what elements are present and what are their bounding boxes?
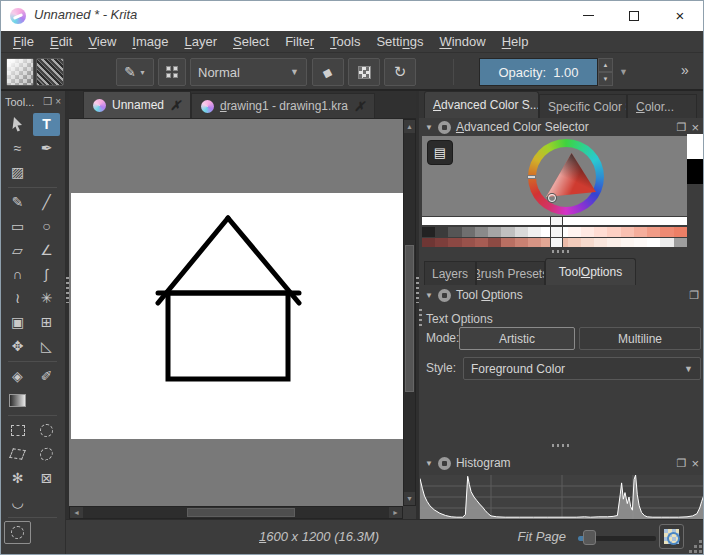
menu-item-help[interactable]: Help (494, 31, 537, 53)
tab-close-icon[interactable]: ✗ (354, 99, 365, 114)
float-icon[interactable]: ❐ (43, 96, 52, 107)
tool-measure[interactable]: ◺ (33, 335, 60, 358)
menu-item-window[interactable]: Window (431, 31, 493, 53)
close-button[interactable]: × (657, 1, 703, 30)
color-cursor[interactable] (548, 194, 556, 202)
tool-dynamic-brush[interactable]: ≀ (4, 287, 31, 310)
vertical-scroll-thumb[interactable] (405, 245, 414, 392)
hue-cursor[interactable] (527, 175, 536, 179)
tool-rectangle[interactable]: ▭ (4, 215, 31, 238)
maximize-button[interactable] (611, 1, 657, 30)
strip-handle[interactable] (550, 216, 563, 226)
slider-dropdown-icon[interactable]: ▼ (619, 67, 628, 77)
tool-pattern-edit[interactable]: ▨ (4, 161, 31, 184)
toolbox-header[interactable]: Tool... ❐ × (1, 91, 65, 112)
tool-similar-select[interactable]: ⊠ (33, 467, 60, 490)
preserve-alpha-button[interactable] (348, 58, 380, 86)
menu-item-file[interactable]: File (5, 31, 42, 53)
horizontal-scrollbar[interactable]: ◄ ► (69, 506, 403, 519)
scroll-left-icon[interactable]: ◄ (70, 507, 83, 518)
eraser-mode-button[interactable]: ◆ (312, 58, 344, 86)
selector-settings-button[interactable]: ▤ (427, 140, 453, 165)
tool-crop[interactable]: ▣ (4, 311, 31, 334)
tool-gradient[interactable] (4, 389, 31, 412)
zoom-slider-handle[interactable] (583, 530, 596, 545)
menu-item-layer[interactable]: Layer (176, 31, 225, 53)
panel-tab[interactable]: Specific Color S... (539, 94, 627, 118)
canvas-page[interactable] (71, 193, 403, 439)
scroll-right-icon[interactable]: ► (389, 507, 402, 518)
reload-preset-button[interactable]: ↻ (384, 58, 416, 86)
tool-move[interactable]: ✥ (4, 335, 31, 358)
document-tab[interactable]: Unnamed✗ (83, 91, 191, 118)
tool-color-picker[interactable]: ✐ (33, 365, 60, 388)
hue-ring[interactable] (528, 139, 604, 215)
docker-resize-handle[interactable] (552, 444, 572, 447)
tool-calligraphy[interactable]: ✒ (33, 137, 60, 160)
tool-freehand-select[interactable] (33, 443, 60, 466)
float-icon[interactable]: ❐ (677, 121, 687, 134)
brush-settings-button[interactable]: ✎ ▼ (116, 58, 154, 86)
opacity-slider[interactable]: Opacity: 1.00 (479, 58, 598, 86)
close-icon[interactable]: × (691, 457, 699, 470)
collapse-icon[interactable]: ▼ (425, 123, 433, 132)
advanced-color-selector-header[interactable]: ▼ Advanced Color Selector ❐ × (419, 118, 704, 136)
color-wheel-area[interactable]: ▤ (422, 136, 687, 216)
pattern-swatch-button[interactable] (36, 58, 64, 86)
blending-mode-select[interactable]: Normal ▼ (190, 58, 307, 86)
tool-magic-wand-select[interactable]: ✻ (4, 467, 31, 490)
tool-fill[interactable]: ◈ (4, 365, 31, 388)
gradient-swatch-button[interactable] (6, 58, 34, 86)
panel-tab[interactable]: Advanced Color S... (424, 91, 539, 118)
opacity-spinner[interactable]: ▲ ▼ (598, 58, 613, 86)
scroll-down-icon[interactable]: ▼ (404, 492, 415, 505)
horizontal-scroll-thumb[interactable] (187, 508, 295, 517)
tool-freehand-brush[interactable]: ✎ (4, 191, 31, 214)
docker-handle-dots[interactable] (419, 309, 422, 329)
zoom-mode-label[interactable]: Fit Page (506, 529, 566, 544)
vertical-scrollbar[interactable]: ▲ ▼ (403, 119, 416, 506)
close-icon[interactable]: × (55, 96, 61, 107)
menu-item-settings[interactable]: Settings (368, 31, 431, 53)
tool-edit-shapes[interactable]: ≈ (4, 137, 31, 160)
background-color-preview[interactable] (687, 159, 704, 184)
dock-tab-layers[interactable]: Layers (424, 261, 476, 285)
tool-options-header[interactable]: ▼ Tool Options ❐ (419, 285, 704, 305)
tool-freehand-path[interactable]: ∫ (33, 263, 60, 286)
tool-outline-select[interactable] (4, 521, 31, 544)
menu-item-edit[interactable]: Edit (42, 31, 80, 53)
tool-ellipse[interactable]: ○ (33, 215, 60, 238)
menu-item-view[interactable]: View (80, 31, 124, 53)
dock-tab-brush-presets[interactable]: Brush Presets (476, 261, 545, 285)
histogram-header[interactable]: ▼ Histogram ❐ × (419, 453, 704, 473)
tool-bezier-select[interactable]: ◡ (4, 491, 31, 514)
tool-ellipse-select[interactable] (33, 419, 60, 442)
menu-item-filter[interactable]: Filter (277, 31, 322, 53)
scroll-up-icon[interactable]: ▲ (404, 120, 415, 133)
mode-button-multiline[interactable]: Multiline (579, 327, 701, 350)
menu-item-tools[interactable]: Tools (322, 31, 368, 53)
collapse-icon[interactable]: ▼ (425, 459, 433, 468)
tool-multibrush[interactable]: ✳ (33, 287, 60, 310)
canvas-viewport[interactable] (69, 119, 403, 506)
menu-item-select[interactable]: Select (225, 31, 277, 53)
brush-presets-button[interactable] (158, 58, 186, 86)
tool-polygon-select[interactable] (4, 443, 31, 466)
spin-down-icon[interactable]: ▼ (598, 72, 613, 86)
toolbar-expand-button[interactable]: » (681, 62, 689, 78)
style-select[interactable]: Foreground Color ▼ (463, 357, 701, 380)
tool-bezier-curve[interactable]: ∩ (4, 263, 31, 286)
docker-resize-handle[interactable] (552, 250, 572, 253)
tool-transform[interactable]: ⊞ (33, 311, 60, 334)
document-tab[interactable]: drawing1 - drawing1.kra✗ (191, 93, 375, 118)
menu-item-image[interactable]: Image (124, 31, 176, 53)
foreground-color-preview[interactable] (687, 134, 704, 159)
strip-handle[interactable] (550, 237, 563, 248)
tool-line[interactable]: ╱ (33, 191, 60, 214)
float-icon[interactable]: ❐ (677, 457, 687, 470)
minimize-button[interactable] (565, 1, 611, 30)
float-icon[interactable]: ❐ (689, 289, 699, 302)
tool-rect-select[interactable] (4, 419, 31, 442)
tool-polyline[interactable]: ∠ (33, 239, 60, 262)
tool-polygon[interactable]: ▱ (4, 239, 31, 262)
